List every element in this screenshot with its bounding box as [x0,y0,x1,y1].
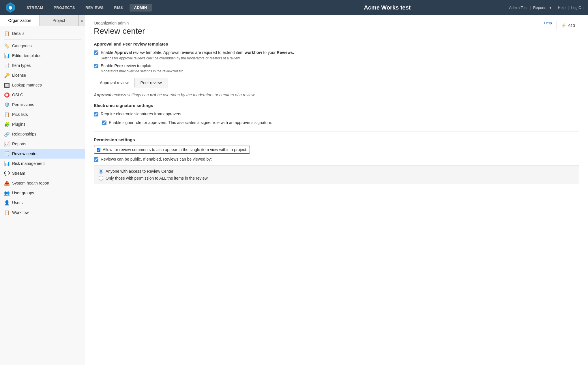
sidebar-label-user-groups: User groups [12,191,34,195]
help-link-top[interactable]: Help [558,5,566,10]
checkbox-reviews-public-label: Reviews can be public. If enabled, Revie… [101,157,212,162]
users-icon: 👤 [4,200,10,206]
nav-reviews[interactable]: REVIEWS [81,4,108,12]
checkbox-peer-enable: Enable Peer review template Moderators m… [94,63,579,74]
sidebar-item-categories[interactable]: 🏷️ Categories [0,41,85,51]
sidebar-label-reports: Reports [12,142,26,146]
checkbox-signer-role-input[interactable] [102,121,106,125]
sidebar-label-system-health-report: System health report [12,181,49,185]
reports-arrow: ▼ [548,5,552,10]
nav-projects[interactable]: PROJECTS [49,4,80,12]
user-groups-icon: 👥 [4,190,10,196]
checkbox-approval-enable: Enable Approval review template. Approva… [94,50,579,60]
checkbox-approval-enable-text: Enable Approval review template. Approva… [101,50,294,56]
sidebar-tabs: Organization Project « [0,15,85,26]
checkbox-signer-role: Enable signer role for approvers. This a… [102,120,579,126]
nav-risk[interactable]: RISK [109,4,128,12]
sidebar-collapse-btn[interactable]: « [78,15,85,26]
reports-icon: 📈 [4,141,10,147]
sidebar-item-review-center[interactable]: 🗒️ Review center [0,149,85,159]
user-link[interactable]: Admin Test [509,5,527,10]
sidebar-item-risk-management[interactable]: 📊 Risk management [0,159,85,168]
sidebar-label-relationships: Relationships [12,132,36,136]
radio-anyone-input[interactable] [99,169,103,174]
main-layout: Organization Project « 📋 Details 🏷️ Cate… [0,15,588,365]
sidebar-item-plugins[interactable]: 🧩 Plugins [0,119,85,129]
top-nav: STREAM PROJECTS REVIEWS RISK ADMIN Acme … [0,0,588,15]
logout-link[interactable]: Log Out [571,5,585,10]
checkbox-approval-enable-sub: Settings for Approval reviews can't be o… [101,56,294,60]
top-right: Admin Test | Reports ▼ | Help | Log Out [509,5,585,10]
plugins-icon: 🧩 [4,121,10,127]
radio-group-visibility: Anyone with access to Review Center Only… [94,165,579,184]
sidebar-item-item-types[interactable]: 📑 Item types [0,61,85,70]
sidebar-item-license[interactable]: 🔑 License [0,70,85,80]
score-value: 610 [568,23,575,28]
radio-anyone-label: Anyone with access to Review Center [106,169,173,174]
header-left: Organization admin Review center [94,21,145,36]
sidebar-label-details: Details [12,31,25,36]
sidebar-label-workflow: Workflow [12,210,29,215]
divider-1 [4,39,81,40]
sidebar-label-plugins: Plugins [12,122,25,127]
sidebar-item-details[interactable]: 📋 Details [0,29,85,38]
sidebar-item-system-health-report[interactable]: 📤 System health report [0,178,85,188]
sidebar-label-license: License [12,73,26,78]
license-icon: 🔑 [4,72,10,78]
sidebar-item-pick-lists[interactable]: 📋 Pick lists [0,110,85,119]
sidebar-label-item-types: Item types [12,63,31,68]
checkbox-allow-comments-highlight: Allow for review comments to also appear… [94,146,250,154]
help-link[interactable]: Help [544,21,552,25]
sidebar-label-users: Users [12,200,23,205]
item-types-icon: 📑 [4,63,10,68]
tab-approval-review[interactable]: Approval review [94,78,135,88]
reports-link[interactable]: Reports [533,5,546,10]
checkbox-approval-enable-input[interactable] [94,50,98,55]
sidebar-nav: 📋 Details 🏷️ Categories 📊 Editor templat… [0,26,85,220]
checkbox-peer-enable-input[interactable] [94,64,98,68]
sidebar-label-risk-management: Risk management [12,161,45,166]
radio-permission-all: Only those with permission to ALL the it… [99,176,574,180]
header-right: Help ⚡ 610 [544,21,579,30]
nav-stream[interactable]: STREAM [22,4,48,12]
checkbox-signer-role-label: Enable signer role for approvers. This a… [109,120,272,126]
sidebar-item-workflow[interactable]: 📋 Workflow [0,208,85,217]
sidebar-label-categories: Categories [12,44,32,48]
nav-admin[interactable]: ADMIN [130,4,152,12]
relationships-icon: 🔗 [4,131,10,137]
checkbox-reviews-public: Reviews can be public. If enabled, Revie… [94,157,579,162]
sidebar-label-permissions: Permissions [12,102,34,107]
sidebar-label-stream: Stream [12,171,25,176]
sidebar-label-pick-lists: Pick lists [12,112,28,117]
sidebar-item-users[interactable]: 👤 Users [0,198,85,208]
logo-icon[interactable] [3,1,17,14]
risk-management-icon: 📊 [4,161,10,166]
checkbox-approval-enable-label: Enable Approval review template. Approva… [101,50,294,60]
main-content: Organization admin Review center Help ⚡ … [85,15,588,365]
sidebar-item-relationships[interactable]: 🔗 Relationships [0,129,85,139]
sidebar-item-user-groups[interactable]: 👥 User groups [0,188,85,198]
sidebar-item-reports[interactable]: 📈 Reports [0,139,85,149]
sidebar-item-lookup-matrices[interactable]: 🔲 Lookup matrices [0,80,85,90]
tab-peer-review[interactable]: Peer review [134,78,168,88]
site-name: Acme Works test [265,4,509,11]
page-title: Review center [94,27,145,36]
tab-project[interactable]: Project [39,15,79,26]
italic-note: Approval reviews settings can not be ove… [94,93,579,97]
checkbox-allow-comments-input[interactable] [97,148,100,152]
radio-permission-all-input[interactable] [99,176,103,180]
checkbox-reviews-public-input[interactable] [94,157,98,162]
permission-settings-title: Permission settings [94,137,579,142]
sidebar-item-permissions[interactable]: 🛡️ Permissions [0,100,85,110]
electronic-sig-title: Electronic signature settings [94,103,579,108]
sidebar-item-stream[interactable]: 💬 Stream [0,168,85,178]
sidebar-item-editor-templates[interactable]: 📊 Editor templates [0,51,85,61]
checkbox-peer-enable-label: Enable Peer review template Moderators m… [101,63,184,74]
lookup-matrices-icon: 🔲 [4,82,10,88]
sidebar-item-oslc[interactable]: ⭕ OSLC [0,90,85,100]
tab-organization[interactable]: Organization [0,15,39,26]
sidebar-label-lookup-matrices: Lookup matrices [12,83,42,87]
review-center-icon: 🗒️ [4,151,10,157]
sep2: | [555,5,555,10]
checkbox-require-esig-input[interactable] [94,112,98,116]
